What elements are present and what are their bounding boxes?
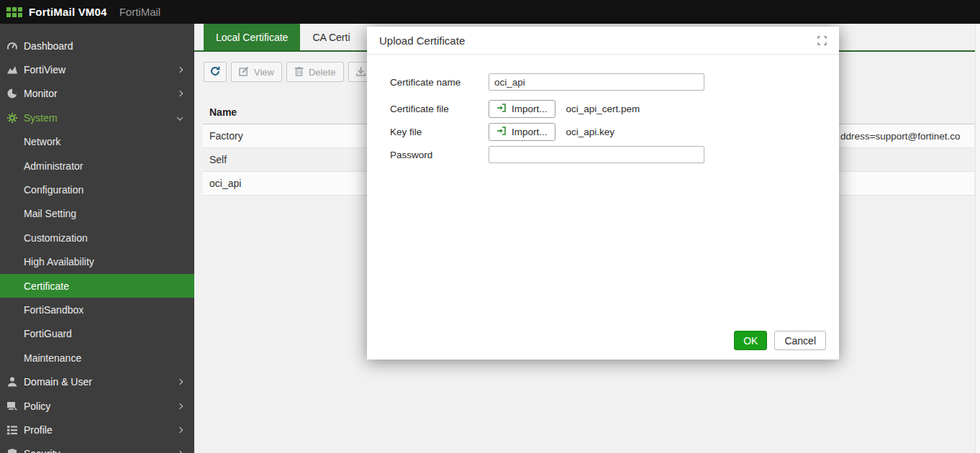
key-file-label: Key file (390, 127, 489, 137)
chevron-right-icon (177, 379, 183, 385)
key-file-row: Key file Import... oci_api.key (390, 122, 614, 141)
chevron-right-icon (177, 427, 183, 433)
sidebar-item-label: Network (24, 136, 60, 147)
import-icon (496, 103, 507, 115)
tab-label: CA Certi (312, 32, 350, 43)
sidebar-item-customization[interactable]: Customization (0, 226, 194, 250)
delete-button[interactable]: Delete (286, 62, 344, 82)
sidebar-item-monitor[interactable]: Monitor (0, 82, 194, 106)
chevron-right-icon (177, 91, 183, 96)
sidebar-item-label: Customization (24, 232, 88, 244)
product-name: FortiMail (119, 6, 161, 18)
refresh-icon (210, 66, 220, 78)
sidebar-item-dashboard[interactable]: Dashboard (0, 34, 194, 58)
app-window: FortiMail VM04 FortiMail Dashboard Forti… (0, 0, 980, 453)
refresh-button[interactable] (204, 62, 227, 82)
gauge-icon (6, 40, 24, 52)
sidebar-item-label: Certificate (24, 280, 69, 292)
sidebar-item-configuration[interactable]: Configuration (0, 178, 194, 201)
certificate-file-row: Certificate file Import... oci_api_cert.… (390, 99, 640, 118)
sidebar-item-network[interactable]: Network (0, 130, 194, 154)
tab-local-certificate[interactable]: Local Certificate (204, 24, 300, 50)
import-button-label: Import... (512, 104, 548, 114)
topbar: FortiMail VM04 FortiMail (0, 0, 980, 24)
chevron-right-icon (177, 67, 183, 73)
sidebar-item-label: Configuration (24, 184, 83, 196)
sidebar-item-certificate[interactable]: Certificate (0, 274, 194, 298)
dialog-header: Upload Certificate (367, 27, 839, 55)
certificate-name-input[interactable] (489, 73, 704, 91)
view-button-label: View (254, 67, 274, 78)
sidebar-item-label: Dashboard (24, 40, 73, 52)
edit-icon (239, 66, 249, 78)
certificate-file-label: Certificate file (390, 104, 489, 114)
sidebar-item-label: FortiGuard (24, 328, 72, 339)
tab-label: Local Certificate (216, 32, 288, 43)
sidebar-item-high-availability[interactable]: High Availability (0, 250, 194, 274)
import-icon (496, 126, 507, 138)
tab-ca-certificate[interactable]: CA Certi (300, 24, 362, 50)
sidebar-item-label: System (24, 112, 58, 124)
trash-icon (294, 66, 304, 78)
vertical-scrollbar[interactable] (975, 24, 980, 453)
sidebar-item-label: High Availability (24, 256, 94, 267)
sidebar-item-label: Profile (24, 424, 53, 436)
maximize-icon[interactable] (817, 36, 827, 45)
fortinet-logo-icon (6, 6, 22, 18)
sidebar-item-fortiview[interactable]: FortiView (0, 58, 194, 81)
password-input[interactable] (489, 146, 704, 163)
upload-certificate-dialog: Upload Certificate Certificate name Cert… (367, 27, 839, 360)
sidebar-item-label: FortiSandbox (24, 304, 83, 316)
sidebar-item-security[interactable]: Security (0, 442, 194, 453)
certificate-name-cell: Self (209, 154, 227, 165)
view-button[interactable]: View (231, 62, 282, 82)
sidebar-item-policy[interactable]: Policy (0, 394, 194, 418)
sidebar-item-administrator[interactable]: Administrator (0, 154, 194, 178)
sidebar-item-fortisandbox[interactable]: FortiSandbox (0, 298, 194, 321)
device-name: FortiMail VM04 (29, 6, 107, 18)
sidebar-item-profile[interactable]: Profile (0, 418, 194, 441)
sidebar-item-maintenance[interactable]: Maintenance (0, 346, 194, 370)
password-row: Password (390, 145, 704, 164)
delete-button-label: Delete (309, 67, 336, 78)
sidebar-item-label: Policy (24, 401, 50, 412)
certificate-subject-cell: ddress=support@fortinet.co (840, 124, 960, 148)
sidebar-item-label: Security (24, 448, 60, 453)
sidebar-nav: Dashboard FortiView Monitor System Netwo… (0, 24, 194, 453)
list-icon (6, 424, 24, 436)
chevron-down-icon (177, 114, 183, 120)
sidebar-item-label: Mail Setting (24, 208, 76, 219)
ok-button[interactable]: OK (734, 331, 767, 350)
certificate-file-import-button[interactable]: Import... (489, 100, 555, 118)
download-icon (356, 66, 366, 78)
sidebar-item-system[interactable]: System (0, 106, 194, 129)
certificate-name-label: Certificate name (390, 77, 489, 88)
area-chart-icon (6, 64, 24, 76)
certificate-name-row: Certificate name (390, 73, 704, 91)
password-label: Password (390, 150, 489, 160)
certificate-file-name: oci_api_cert.pem (566, 104, 640, 114)
key-file-import-button[interactable]: Import... (489, 123, 555, 141)
user-icon (6, 376, 24, 388)
sidebar-item-fortiguard[interactable]: FortiGuard (0, 322, 194, 346)
cancel-button[interactable]: Cancel (774, 331, 826, 350)
policy-icon (6, 401, 24, 412)
shield-icon (6, 448, 24, 453)
sidebar-item-mail-setting[interactable]: Mail Setting (0, 202, 194, 226)
import-button-label: Import... (512, 127, 548, 137)
sidebar-item-label: Administrator (24, 160, 83, 172)
pie-chart-icon (6, 88, 24, 99)
sidebar-item-label: Maintenance (24, 352, 81, 364)
sidebar-item-domain-user[interactable]: Domain & User (0, 370, 194, 393)
key-file-name: oci_api.key (566, 127, 615, 137)
gear-icon (6, 112, 24, 124)
dialog-title: Upload Certificate (379, 35, 817, 47)
sidebar-item-label: FortiView (24, 64, 65, 76)
certificate-name-cell: oci_api (209, 178, 241, 189)
sidebar-item-label: Domain & User (24, 376, 92, 388)
dialog-footer: OK Cancel (734, 331, 826, 350)
sidebar-item-label: Monitor (24, 88, 58, 99)
certificate-name-cell: Factory (209, 130, 243, 142)
chevron-right-icon (177, 403, 183, 408)
